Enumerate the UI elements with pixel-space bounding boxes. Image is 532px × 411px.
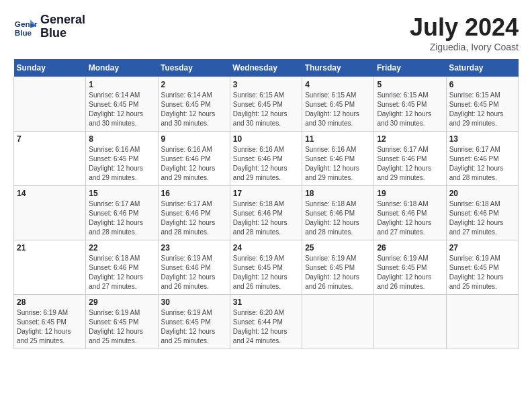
day-header-tuesday: Tuesday [158,59,230,77]
calendar-cell: 31Sunrise: 6:20 AMSunset: 6:44 PMDayligh… [230,295,302,349]
calendar-cell: 6Sunrise: 6:15 AMSunset: 6:45 PMDaylight… [446,77,518,132]
calendar-cell: 4Sunrise: 6:15 AMSunset: 6:45 PMDaylight… [302,77,374,132]
day-info: Sunrise: 6:15 AMSunset: 6:45 PMDaylight:… [377,91,443,128]
title-area: July 2024 Ziguedia, Ivory Coast [410,13,519,52]
day-number: 22 [89,243,154,253]
month-year: July 2024 [410,13,519,42]
day-number: 17 [233,189,299,198]
day-header-thursday: Thursday [302,59,374,77]
week-row-3: 1415Sunrise: 6:17 AMSunset: 6:46 PMDayli… [14,186,519,240]
day-info: Sunrise: 6:17 AMSunset: 6:46 PMDaylight:… [377,145,443,183]
day-number: 25 [305,243,371,253]
calendar-cell: 22Sunrise: 6:18 AMSunset: 6:46 PMDayligh… [86,240,158,295]
location: Ziguedia, Ivory Coast [410,42,519,52]
day-info: Sunrise: 6:19 AMSunset: 6:45 PMDaylight:… [305,254,371,291]
day-number: 26 [377,243,443,253]
day-header-wednesday: Wednesday [230,59,302,77]
day-header-monday: Monday [86,59,158,77]
day-info: Sunrise: 6:14 AMSunset: 6:45 PMDaylight:… [89,91,154,128]
day-info: Sunrise: 6:16 AMSunset: 6:45 PMDaylight:… [89,145,154,183]
day-number: 12 [377,134,443,144]
day-number: 20 [449,189,515,198]
calendar-cell: 1Sunrise: 6:14 AMSunset: 6:45 PMDaylight… [86,77,158,132]
calendar-cell: 19Sunrise: 6:18 AMSunset: 6:46 PMDayligh… [374,186,446,240]
calendar-cell: 23Sunrise: 6:19 AMSunset: 6:46 PMDayligh… [158,240,230,295]
day-info: Sunrise: 6:18 AMSunset: 6:46 PMDaylight:… [233,199,299,237]
calendar-cell: 24Sunrise: 6:19 AMSunset: 6:45 PMDayligh… [230,240,302,295]
calendar-cell: 12Sunrise: 6:17 AMSunset: 6:46 PMDayligh… [374,132,446,186]
calendar-table: SundayMondayTuesdayWednesdayThursdayFrid… [13,59,519,349]
day-number: 31 [233,298,299,307]
day-info: Sunrise: 6:18 AMSunset: 6:46 PMDaylight:… [377,199,443,237]
day-number: 29 [89,298,154,307]
calendar-cell: 9Sunrise: 6:16 AMSunset: 6:46 PMDaylight… [158,132,230,186]
calendar-cell: 21 [14,240,86,295]
day-info: Sunrise: 6:15 AMSunset: 6:45 PMDaylight:… [449,91,515,128]
day-info: Sunrise: 6:14 AMSunset: 6:45 PMDaylight:… [161,91,227,128]
calendar-cell: 18Sunrise: 6:18 AMSunset: 6:46 PMDayligh… [302,186,374,240]
calendar-cell: 2Sunrise: 6:14 AMSunset: 6:45 PMDaylight… [158,77,230,132]
day-info: Sunrise: 6:19 AMSunset: 6:45 PMDaylight:… [449,254,515,291]
calendar-cell: 16Sunrise: 6:17 AMSunset: 6:46 PMDayligh… [158,186,230,240]
day-number: 8 [89,134,154,144]
calendar-cell: 14 [14,186,86,240]
day-info: Sunrise: 6:16 AMSunset: 6:46 PMDaylight:… [233,145,299,183]
day-info: Sunrise: 6:17 AMSunset: 6:46 PMDaylight:… [449,145,515,183]
day-number: 9 [161,134,227,144]
day-number: 14 [17,189,83,198]
day-number: 5 [377,80,443,89]
calendar-cell [302,295,374,349]
day-info: Sunrise: 6:19 AMSunset: 6:45 PMDaylight:… [17,308,83,346]
calendar-cell: 27Sunrise: 6:19 AMSunset: 6:45 PMDayligh… [446,240,518,295]
day-number: 2 [161,80,227,89]
day-number: 23 [161,243,227,253]
calendar-cell: 15Sunrise: 6:17 AMSunset: 6:46 PMDayligh… [86,186,158,240]
day-header-friday: Friday [374,59,446,77]
day-number: 18 [305,189,371,198]
calendar-cell: 3Sunrise: 6:15 AMSunset: 6:45 PMDaylight… [230,77,302,132]
week-row-4: 2122Sunrise: 6:18 AMSunset: 6:46 PMDayli… [14,240,519,295]
day-number: 6 [449,80,515,89]
week-row-1: 1Sunrise: 6:14 AMSunset: 6:45 PMDaylight… [14,77,519,132]
calendar-cell: 11Sunrise: 6:16 AMSunset: 6:46 PMDayligh… [302,132,374,186]
calendar-cell: 20Sunrise: 6:18 AMSunset: 6:46 PMDayligh… [446,186,518,240]
header: General Blue General Blue July 2024 Zigu… [13,13,519,52]
day-number: 16 [161,189,227,198]
day-info: Sunrise: 6:15 AMSunset: 6:45 PMDaylight:… [305,91,371,128]
calendar-header-row: SundayMondayTuesdayWednesdayThursdayFrid… [14,59,519,77]
day-number: 3 [233,80,299,89]
day-number: 15 [89,189,154,198]
day-number: 19 [377,189,443,198]
day-info: Sunrise: 6:20 AMSunset: 6:44 PMDaylight:… [233,308,299,346]
week-row-5: 28Sunrise: 6:19 AMSunset: 6:45 PMDayligh… [14,295,519,349]
day-info: Sunrise: 6:19 AMSunset: 6:45 PMDaylight:… [377,254,443,291]
day-info: Sunrise: 6:19 AMSunset: 6:45 PMDaylight:… [89,308,154,346]
day-number: 1 [89,80,154,89]
calendar-cell: 30Sunrise: 6:19 AMSunset: 6:45 PMDayligh… [158,295,230,349]
day-info: Sunrise: 6:18 AMSunset: 6:46 PMDaylight:… [449,199,515,237]
calendar-cell: 17Sunrise: 6:18 AMSunset: 6:46 PMDayligh… [230,186,302,240]
calendar-cell: 8Sunrise: 6:16 AMSunset: 6:45 PMDaylight… [86,132,158,186]
logo-text: General Blue [40,13,85,40]
day-number: 27 [449,243,515,253]
day-number: 10 [233,134,299,144]
calendar-cell [446,295,518,349]
day-number: 28 [17,298,83,307]
day-header-saturday: Saturday [446,59,518,77]
calendar-cell: 29Sunrise: 6:19 AMSunset: 6:45 PMDayligh… [86,295,158,349]
day-info: Sunrise: 6:18 AMSunset: 6:46 PMDaylight:… [89,254,154,291]
logo-icon: General Blue [13,15,38,39]
day-number: 7 [17,134,83,144]
day-info: Sunrise: 6:16 AMSunset: 6:46 PMDaylight:… [305,145,371,183]
day-info: Sunrise: 6:17 AMSunset: 6:46 PMDaylight:… [161,199,227,237]
day-number: 11 [305,134,371,144]
calendar-cell: 25Sunrise: 6:19 AMSunset: 6:45 PMDayligh… [302,240,374,295]
day-info: Sunrise: 6:19 AMSunset: 6:45 PMDaylight:… [161,308,227,346]
calendar-cell: 28Sunrise: 6:19 AMSunset: 6:45 PMDayligh… [14,295,86,349]
day-info: Sunrise: 6:17 AMSunset: 6:46 PMDaylight:… [89,199,154,237]
calendar-cell: 13Sunrise: 6:17 AMSunset: 6:46 PMDayligh… [446,132,518,186]
calendar-cell: 10Sunrise: 6:16 AMSunset: 6:46 PMDayligh… [230,132,302,186]
day-header-sunday: Sunday [14,59,86,77]
day-number: 21 [17,243,83,253]
calendar-cell: 5Sunrise: 6:15 AMSunset: 6:45 PMDaylight… [374,77,446,132]
